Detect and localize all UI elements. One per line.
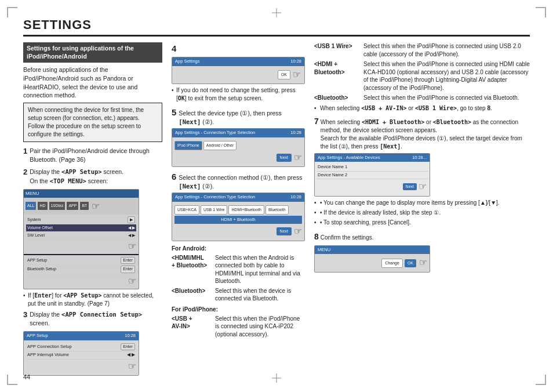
step5-number: 5	[172, 106, 176, 118]
app-conn-time: 10:28	[125, 333, 136, 339]
step6-title: App Settings - Connection Type Selection	[175, 194, 255, 201]
app-conn-screen-wrap: APP Setup 10:28 APP Connection Setup Ent…	[23, 331, 162, 376]
step7-next-wrap: Next ☞	[316, 179, 428, 194]
step2-note: If [Enter] for <APP Setup> cannot be sel…	[23, 292, 162, 308]
step6-text: Select the connection method (①), then p…	[179, 173, 305, 190]
step6-time: 10:28	[290, 194, 301, 201]
conn-setup-row: APP Connection Setup Enter	[26, 343, 136, 351]
iphone-bt-desc: Select this when the iPod/iPhone is conn…	[363, 94, 519, 102]
step2-text: Display the <APP Setup> screen.On the <T…	[30, 168, 123, 184]
step5-text: Select the device type (①), then press […	[179, 109, 305, 126]
step4-bar: App Settings 10:28	[172, 57, 304, 66]
hand-cursor-2: ☞	[26, 239, 136, 253]
page-number: 44	[23, 373, 30, 380]
step3-text: Display the <APP Connection Setup> scree…	[30, 311, 142, 326]
top-menu-screen: MENU ALL HD 10Dbiz APP BT ☞ System	[23, 189, 139, 289]
ok-btn-8: OK	[405, 259, 416, 267]
app-conn-bar: APP Setup 10:28	[24, 332, 139, 340]
step7-screen: App Settings - Available Devices 10:28..…	[314, 153, 430, 197]
page-title: SETTINGS	[23, 17, 530, 37]
ok-btn: OK	[278, 70, 290, 79]
step4-main: OK ☞	[172, 66, 304, 84]
android-btn: Android / Other	[203, 141, 237, 150]
step8-bar: MENU	[315, 246, 430, 255]
step6-screen: App Settings - Connection Type Selection…	[172, 193, 305, 241]
conn-setup-label: APP Connection Setup	[27, 344, 72, 350]
android-bt-option: <Bluetooth> Select this when the device …	[172, 287, 305, 303]
hand-cursor-8: ☞	[419, 180, 427, 193]
step4-time: 10:28	[290, 59, 301, 65]
step5-screen: App Settings - Connection Type Selection…	[172, 128, 305, 167]
row-bt-setup: Bluetooth Setup Enter	[26, 265, 136, 274]
corner-mark-tr	[536, 7, 546, 17]
hand-cursor-7: ☞	[294, 225, 302, 238]
hand-cursor-5: ☞	[293, 68, 301, 81]
row-label-system: System	[27, 217, 41, 223]
step5-title: App Settings - Connection Type Selection	[175, 130, 255, 136]
hdmi-mhl-option: <HDMI/MHL+ Bluetooth> Select this when t…	[172, 254, 305, 285]
app-conn-title: APP Setup	[27, 333, 48, 339]
screen-row-sw: SW Level ◀ ▶	[26, 232, 136, 239]
corner-mark-br	[536, 375, 546, 385]
content-grid: Settings for using applications of the i…	[23, 42, 530, 376]
step8: 8 Confirm the settings. MENU Change OK ☞	[314, 231, 530, 272]
top-cross	[272, 8, 281, 19]
usb1wire-option: <USB 1 Wire> Select this when the iPod/i…	[314, 42, 530, 58]
devices-list: Device Name 1 Device Name 2 Next ☞	[315, 162, 430, 196]
for-android-label: For Android:	[172, 245, 305, 253]
for-iphone-label: For iPod/iPhone:	[172, 306, 305, 314]
menu-all: ALL	[26, 202, 36, 210]
device-name-1: Device Name 1	[318, 164, 347, 170]
left-column: Settings for using applications of the i…	[23, 42, 162, 378]
step6: 6 Select the connection method (①), then…	[172, 170, 305, 241]
step7-screen-title: App Settings - Available Devices	[318, 155, 380, 161]
row-app-label: APP Setup	[27, 257, 47, 263]
step8-title: MENU	[318, 247, 330, 253]
menu-hd: HD	[38, 202, 47, 210]
top-menu-screen-wrap: MENU ALL HD 10Dbiz APP BT ☞ System	[23, 189, 162, 289]
step6-main: USB+KCA USB 1 Wire HDMI+Bluetooth Blueto…	[172, 202, 304, 241]
change-btn: Change	[381, 259, 403, 268]
android-bt-desc: Select this when the device is connected…	[215, 287, 305, 303]
step8-screen: MENU Change OK ☞	[314, 245, 430, 273]
iphone-bt-label: <Bluetooth>	[314, 94, 363, 102]
step7-bar: App Settings - Available Devices 10:28..…	[315, 154, 430, 162]
step8-header: 8 Confirm the settings.	[314, 231, 530, 243]
usb-avin-option: <USB +AV-IN> Select this when the iPod/i…	[172, 315, 305, 339]
step8-text: Confirm the settings.	[321, 234, 374, 242]
step7-note1: • You can change the page to display mor…	[314, 199, 530, 207]
menu-10d: 10Dbiz	[49, 202, 66, 210]
next-btn-5: Next	[276, 154, 292, 162]
usb-avin-desc: Select this when the iPod/iPhone is conn…	[215, 315, 305, 339]
step5-header: 5 Select the device type (①), then press…	[172, 106, 305, 126]
row-label-sw: SW Level	[27, 233, 45, 238]
step7-time: 10:28...	[412, 155, 427, 161]
app-conn-main: APP Connection Setup Enter APP Interrupt…	[24, 340, 139, 375]
step7-note3: • To stop searching, press [Cancel].	[314, 219, 530, 227]
hdmi-bt-option: <HDMI +Bluetooth> Select this when the i…	[314, 60, 530, 92]
row-arrows-2: ◀ ▶	[128, 233, 135, 238]
hdmi-bt-desc: Select this when the iPod/iPhone is conn…	[363, 60, 530, 92]
hand-cursor-1: ☞	[92, 199, 100, 213]
hdmi-bt-btn: HDMI+Bluetooth	[228, 205, 264, 215]
step1: 1 Pair the iPod/iPhone/Android device th…	[23, 147, 162, 164]
device-options: iPod iPhone Android / Other	[174, 141, 302, 150]
next-btn-7: Next	[403, 183, 417, 190]
step6-header: 6 Select the connection method (①), then…	[172, 170, 305, 190]
device-row-1: Device Name 1	[316, 164, 428, 172]
step4-note: If you do not need to change the setting…	[172, 86, 305, 103]
step6-bar: App Settings - Connection Type Selection…	[172, 193, 304, 202]
menu-bt: BT	[80, 202, 89, 210]
step4: 4 App Settings 10:28 OK ☞ If you do not …	[172, 42, 305, 103]
bt-only-btn: Bluetooth	[265, 205, 289, 215]
corner-mark-bl	[7, 375, 17, 385]
connection-method-options: USB+KCA USB 1 Wire HDMI+Bluetooth Blueto…	[174, 205, 302, 215]
intro-text: Before using applications of the iPod/iP…	[23, 66, 162, 100]
step7-number: 7	[314, 116, 319, 128]
row-app-setup: APP Setup Enter	[26, 256, 136, 265]
hand-cursor-9: ☞	[419, 256, 427, 269]
device-name-2: Device Name 2	[318, 172, 347, 179]
page: SETTINGS Settings for using applications…	[0, 0, 553, 392]
usb1wire-btn: USB 1 Wire	[201, 205, 228, 215]
device-row-2: Device Name 2	[316, 172, 428, 180]
